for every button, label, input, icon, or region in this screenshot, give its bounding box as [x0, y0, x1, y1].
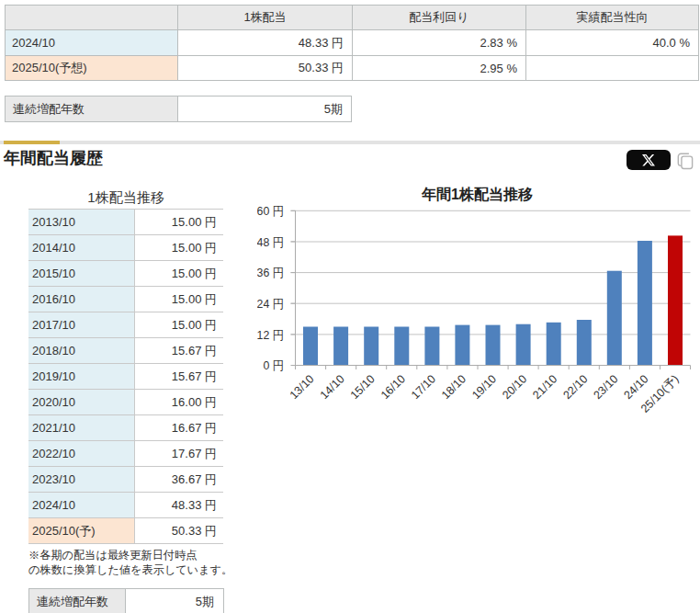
svg-text:24 円: 24 円 — [257, 298, 284, 311]
svg-text:16/10: 16/10 — [378, 372, 408, 402]
svg-text:18/10: 18/10 — [439, 372, 469, 402]
svg-text:21/10: 21/10 — [530, 372, 559, 402]
svg-text:48 円: 48 円 — [257, 236, 284, 249]
svg-text:23/10: 23/10 — [591, 372, 620, 402]
svg-text:60 円: 60 円 — [257, 205, 284, 218]
svg-text:年間1株配当推移: 年間1株配当推移 — [421, 187, 533, 202]
svg-text:12 円: 12 円 — [257, 329, 284, 342]
svg-text:19/10: 19/10 — [469, 372, 499, 402]
svg-text:14/10: 14/10 — [318, 372, 347, 402]
svg-text:0 円: 0 円 — [263, 359, 284, 372]
svg-text:20/10: 20/10 — [500, 372, 529, 402]
svg-text:15/10: 15/10 — [348, 372, 378, 402]
svg-text:36 円: 36 円 — [257, 267, 284, 279]
svg-text:13/10: 13/10 — [288, 372, 317, 402]
svg-text:17/10: 17/10 — [409, 372, 438, 402]
svg-text:22/10: 22/10 — [560, 372, 590, 402]
